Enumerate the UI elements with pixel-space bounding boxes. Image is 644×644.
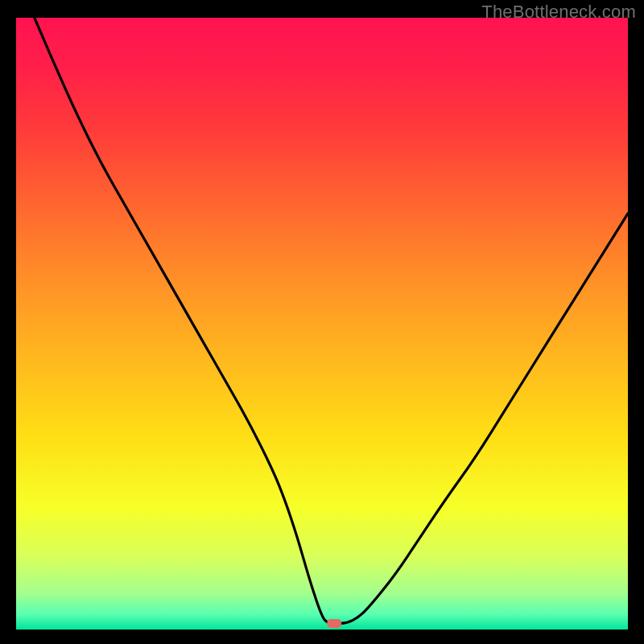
- plot-svg: [16, 18, 628, 630]
- chart-outer-frame: TheBottleneck.com: [0, 0, 644, 644]
- plot-area: [16, 18, 628, 630]
- optimal-point-marker: [327, 619, 341, 628]
- watermark-label: TheBottleneck.com: [481, 2, 636, 23]
- gradient-background: [16, 18, 628, 630]
